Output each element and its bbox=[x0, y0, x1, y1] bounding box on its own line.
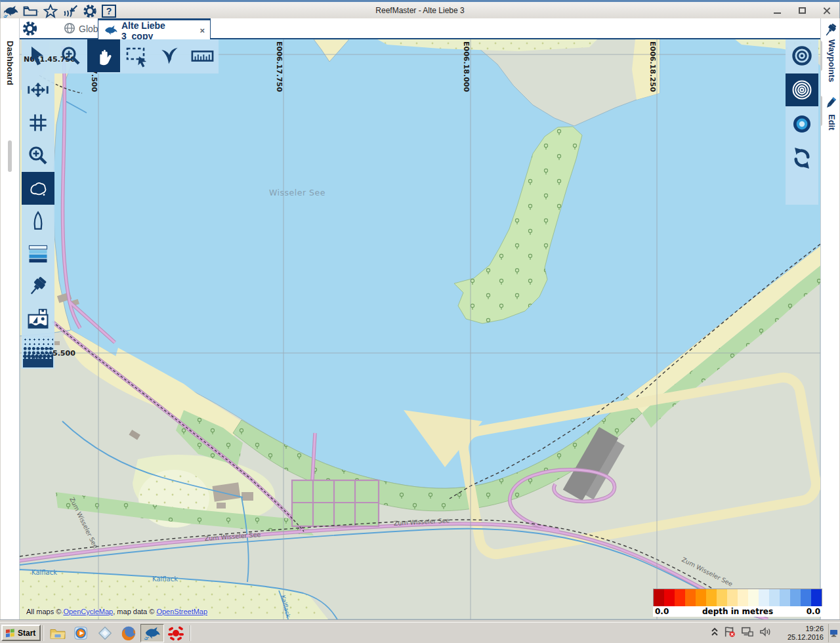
network-icon[interactable] bbox=[741, 626, 754, 640]
opencyclemap-link[interactable]: OpenCycleMap bbox=[63, 608, 113, 615]
legend-max-value: 0.0 bbox=[807, 607, 820, 616]
crab-app-icon[interactable] bbox=[164, 624, 188, 642]
attribution-text: , map data © bbox=[113, 608, 156, 615]
title-bar: ? ReefMaster - Alte Liebe 3 bbox=[0, 0, 840, 18]
start-label: Start bbox=[18, 629, 35, 638]
select-cursor-tool[interactable] bbox=[22, 39, 54, 72]
attribution-text: All maps © bbox=[26, 608, 63, 615]
volume-speaker-icon[interactable] bbox=[759, 626, 772, 640]
media-player-icon[interactable] bbox=[70, 624, 93, 642]
windows-logo-icon bbox=[5, 629, 15, 638]
legend-title: depth in metres bbox=[669, 607, 806, 616]
panel-separator bbox=[8, 140, 12, 172]
reefmaster-window: ? ReefMaster - Alte Liebe 3 Global View … bbox=[0, 0, 840, 643]
tray-time: 19:26 bbox=[776, 625, 824, 633]
start-button[interactable]: Start bbox=[1, 625, 41, 641]
show-desktop-button[interactable] bbox=[828, 624, 839, 642]
map-svg: Wisseler See Kalflack Kalflack Kalflack … bbox=[20, 39, 820, 619]
stream-name-label: Kalflack bbox=[32, 569, 57, 576]
pan-hand-tool-selected[interactable] bbox=[87, 39, 120, 72]
shark-icon bbox=[104, 24, 118, 37]
taskbar-separator bbox=[43, 625, 44, 641]
sonar-rings-button-selected[interactable] bbox=[786, 73, 818, 106]
rectangle-select-tool[interactable] bbox=[120, 39, 153, 72]
vessel-hull-tool[interactable] bbox=[22, 205, 54, 238]
stream-name-label: Kalflack bbox=[152, 575, 178, 583]
dashboard-panel[interactable]: Dashboard bbox=[1, 18, 20, 619]
depth-layers-tool[interactable] bbox=[22, 238, 54, 270]
depth-circle-button[interactable] bbox=[786, 108, 818, 140]
tab-close-icon[interactable]: × bbox=[200, 26, 205, 35]
pan-arrows-tool[interactable] bbox=[22, 73, 54, 106]
minimize-button[interactable] bbox=[770, 5, 784, 16]
grid-meridian-label: E006.18.000 bbox=[462, 41, 471, 92]
dashboard-panel-label[interactable]: Dashboard bbox=[5, 41, 15, 85]
tray-date: 25.12.2016 bbox=[776, 633, 824, 642]
openstreetmap-link[interactable]: OpenStreetMap bbox=[156, 608, 207, 615]
globe-icon bbox=[64, 22, 75, 36]
file-explorer-icon[interactable] bbox=[46, 624, 70, 642]
tray-expand-chevron-icon[interactable] bbox=[711, 627, 719, 639]
edit-pencil-icon[interactable] bbox=[824, 96, 838, 113]
diamond-app-icon[interactable] bbox=[93, 624, 117, 642]
close-button[interactable] bbox=[820, 5, 834, 16]
tab-active-label: Alte Liebe 3_copy bbox=[121, 20, 195, 41]
window-title: ReefMaster - Alte Liebe 3 bbox=[1, 6, 839, 15]
legend-min-value: 0.0 bbox=[655, 607, 669, 616]
whole-map-tool-selected[interactable] bbox=[22, 172, 54, 205]
action-center-flag-icon[interactable] bbox=[723, 626, 736, 640]
tabbar-gear-icon[interactable] bbox=[22, 20, 38, 39]
taskbar-separator bbox=[190, 625, 191, 641]
shading-density-tool[interactable] bbox=[22, 336, 54, 369]
tray-clock[interactable]: 19:26 25.12.2016 bbox=[776, 625, 824, 642]
tab-bar: Global View Alte Liebe 3_copy × bbox=[1, 18, 839, 39]
map-canvas[interactable]: Wisseler See Kalflack Kalflack Kalflack … bbox=[20, 39, 820, 619]
grid-toggle-tool[interactable] bbox=[22, 106, 54, 139]
reefmaster-taskbar-icon[interactable] bbox=[140, 624, 164, 642]
sonar-viewer-tool[interactable] bbox=[22, 303, 54, 336]
grid-meridian-label: E006.18.250 bbox=[648, 41, 657, 92]
zoom-in-tool[interactable] bbox=[22, 139, 54, 172]
edit-tab-label[interactable]: Edit bbox=[827, 114, 837, 131]
lake-name-label: Wisseler See bbox=[269, 188, 326, 197]
waypoints-tab-label[interactable]: Waypoints bbox=[827, 39, 837, 82]
waypoint-target-button[interactable] bbox=[786, 39, 818, 72]
refresh-sync-button[interactable] bbox=[786, 142, 818, 175]
maximize-button[interactable] bbox=[795, 5, 809, 16]
os-taskbar: Start bbox=[0, 622, 840, 643]
system-tray: 19:26 25.12.2016 bbox=[711, 624, 840, 642]
waypoint-pin-tool[interactable] bbox=[22, 270, 54, 303]
track-tool[interactable] bbox=[153, 39, 186, 72]
dither-pattern bbox=[23, 337, 53, 367]
legend-colorbar bbox=[653, 589, 822, 606]
zoom-window-tool[interactable] bbox=[54, 39, 87, 72]
right-panel: Waypoints Edit bbox=[820, 18, 839, 619]
waypoints-pin-icon[interactable] bbox=[824, 22, 838, 41]
map-attribution: All maps © OpenCycleMap, map data © Open… bbox=[26, 608, 207, 615]
firefox-icon[interactable] bbox=[117, 624, 140, 642]
depth-legend: 0.0 depth in metres 0.0 bbox=[653, 589, 822, 617]
tab-alte-liebe[interactable]: Alte Liebe 3_copy × bbox=[98, 18, 211, 41]
grid-meridian-label: E006.17.750 bbox=[275, 41, 284, 92]
measure-ruler-tool[interactable] bbox=[186, 39, 219, 72]
